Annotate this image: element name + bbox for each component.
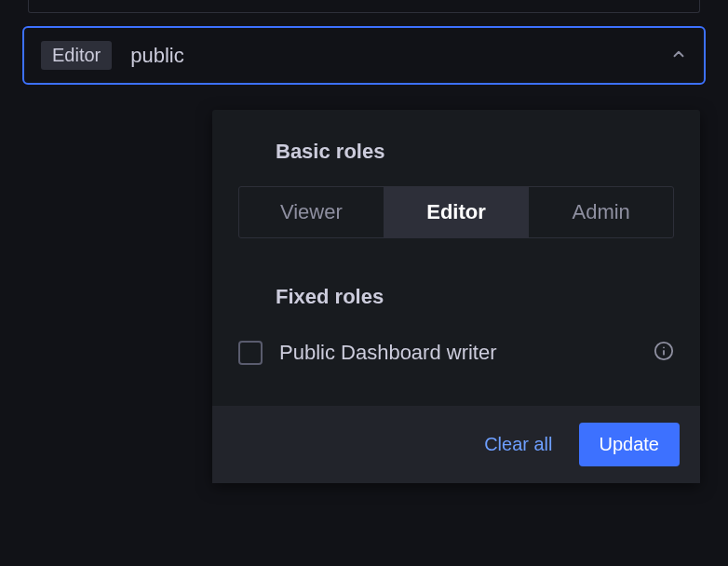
update-button[interactable]: Update xyxy=(579,423,681,466)
role-tab-viewer[interactable]: Viewer xyxy=(239,187,384,237)
chevron-up-icon[interactable] xyxy=(670,46,687,66)
fixed-roles-heading: Fixed roles xyxy=(276,285,674,309)
fixed-role-item[interactable]: Public Dashboard writer xyxy=(238,337,674,369)
basic-roles-heading: Basic roles xyxy=(276,140,674,164)
basic-roles-tabs: Viewer Editor Admin xyxy=(238,186,674,238)
role-checkbox[interactable] xyxy=(238,341,263,365)
role-selector[interactable]: Editor xyxy=(22,26,706,85)
role-dropdown-panel: Basic roles Viewer Editor Admin Fixed ro… xyxy=(212,110,700,483)
role-tab-editor[interactable]: Editor xyxy=(384,187,530,237)
role-search-input[interactable] xyxy=(130,44,652,68)
selected-role-badge: Editor xyxy=(41,41,112,70)
role-item-label: Public Dashboard writer xyxy=(279,341,637,365)
dropdown-footer: Clear all Update xyxy=(212,406,700,483)
role-tab-admin[interactable]: Admin xyxy=(529,187,673,237)
info-icon[interactable] xyxy=(654,341,674,365)
clear-all-button[interactable]: Clear all xyxy=(484,434,552,455)
previous-field-partial xyxy=(28,0,700,13)
